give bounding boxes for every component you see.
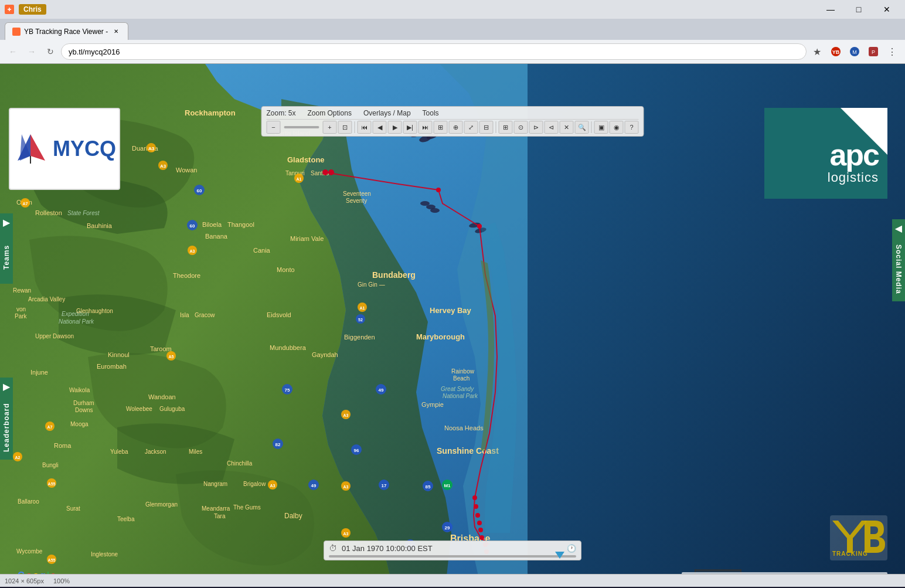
teams-arrow-button[interactable]: ▶ [0, 213, 13, 231]
svg-point-154 [474, 504, 478, 509]
zoom-slider[interactable] [284, 126, 319, 128]
url-bar[interactable] [61, 43, 807, 60]
svg-text:A3: A3 [343, 485, 349, 489]
tab-close-button[interactable]: ✕ [111, 27, 121, 36]
expand-button[interactable]: ⤢ [464, 121, 478, 134]
svg-text:52: 52 [358, 318, 363, 322]
apc-triangle-decoration [841, 108, 887, 155]
svg-text:A7: A7 [23, 202, 28, 206]
svg-text:National Park: National Park [59, 318, 94, 325]
social-tab-container: ▶ Social Media [892, 219, 905, 301]
svg-text:A3: A3 [270, 484, 275, 488]
svg-text:A7: A7 [47, 425, 53, 429]
svg-text:96: 96 [354, 448, 359, 453]
zoom-fit-button[interactable]: ⊡ [338, 121, 352, 134]
leaderboard-arrow-button[interactable]: ▶ [0, 378, 13, 395]
tool-1-button[interactable]: ▣ [594, 121, 608, 134]
play-slider-thumb [555, 552, 564, 559]
next-button[interactable]: ▶| [403, 121, 417, 134]
svg-point-157 [478, 528, 483, 532]
svg-text:A3: A3 [148, 146, 155, 151]
svg-text:Downs: Downs [75, 407, 93, 413]
svg-text:Biloela: Biloela [202, 221, 222, 228]
menu-button[interactable]: ⋮ [884, 43, 900, 60]
svg-text:Cania: Cania [253, 247, 271, 254]
svg-point-161 [322, 169, 328, 175]
fast-forward-button[interactable]: ⏭ [419, 121, 433, 134]
extension-button-3[interactable]: P [865, 43, 882, 60]
zoom-route-button[interactable]: ⊕ [449, 121, 463, 134]
svg-text:Mundubbera: Mundubbera [270, 344, 307, 351]
time-value: 01 Jan 1970 10:00:00 EST [342, 544, 433, 553]
browser-toolbar-icons: ★ YB M P ⋮ [809, 43, 900, 60]
title-bar-left: Chris [5, 4, 46, 15]
svg-text:Thangool: Thangool [227, 221, 254, 228]
back-button[interactable]: ← [5, 43, 21, 60]
browser-tab[interactable]: YB Tracking Race Viewer - ✕ [5, 22, 128, 40]
svg-text:YB: YB [832, 49, 840, 55]
tool-2-button[interactable]: ◉ [610, 121, 624, 134]
svg-text:Guluguba: Guluguba [159, 406, 185, 412]
svg-text:Rolleston: Rolleston [35, 209, 62, 216]
wind-button[interactable]: ⊳ [529, 121, 543, 134]
refresh-button[interactable]: ↻ [42, 43, 59, 60]
zoom-plus-button[interactable]: + [323, 121, 337, 134]
svg-text:A1: A1 [360, 306, 365, 310]
yb-tracking-icon: TRACKING [832, 518, 885, 556]
status-resolution: 1024 × 605px [5, 577, 44, 584]
svg-text:Upper Dawson: Upper Dawson [35, 333, 74, 339]
tab-label: YB Tracking Race Viewer - [24, 28, 108, 36]
rewind-button[interactable]: ⏮ [358, 121, 372, 134]
svg-text:Gympie: Gympie [421, 401, 444, 408]
svg-text:Monto: Monto [277, 266, 295, 273]
tools-label: Tools [423, 109, 439, 117]
grid-button[interactable]: ⊞ [499, 121, 513, 134]
svg-rect-163 [695, 569, 741, 572]
social-label[interactable]: Social Media [892, 237, 905, 301]
leaderboard-label[interactable]: Leaderboard [0, 395, 13, 460]
svg-text:Miles: Miles [189, 448, 202, 455]
svg-text:Glenmorgan: Glenmorgan [145, 501, 178, 508]
forward-button[interactable]: → [23, 43, 40, 60]
track-button[interactable]: ⊲ [545, 121, 559, 134]
extension-button-2[interactable]: M [846, 43, 863, 60]
svg-text:Miriam Vale: Miriam Vale [290, 235, 324, 242]
social-arrow-button[interactable]: ▶ [892, 219, 905, 237]
svg-text:Bauhinia: Bauhinia [87, 222, 113, 229]
svg-text:Wowan: Wowan [176, 166, 197, 174]
svg-text:A5: A5 [169, 355, 174, 359]
prev-button[interactable]: ◀ [373, 121, 387, 134]
tool-3-button[interactable]: ? [625, 121, 639, 134]
play-slider[interactable] [329, 555, 576, 558]
measure-button[interactable]: ⊟ [479, 121, 494, 134]
minimize-button[interactable]: — [817, 0, 844, 19]
path-button[interactable]: ✕ [560, 121, 574, 134]
svg-text:Surat: Surat [66, 505, 80, 512]
svg-text:Yuleba: Yuleba [110, 448, 128, 455]
extension-button-1[interactable]: YB [828, 43, 844, 60]
search-map-button[interactable]: 🔍 [575, 121, 589, 134]
svg-text:Injune: Injune [30, 369, 48, 376]
svg-text:Inglestone: Inglestone [91, 551, 118, 558]
clock-icon: 🕐 [567, 544, 576, 553]
maximize-button[interactable]: □ [845, 0, 872, 19]
svg-text:Gin Gin —: Gin Gin — [358, 281, 385, 288]
svg-text:75: 75 [285, 388, 290, 393]
bookmark-star-button[interactable]: ★ [809, 43, 825, 60]
svg-text:Glenhaughton: Glenhaughton [76, 308, 113, 314]
play-button[interactable]: ▶ [388, 121, 402, 134]
svg-text:Biggenden: Biggenden [344, 334, 375, 341]
close-button[interactable]: ✕ [873, 0, 900, 19]
browser-chrome: Chris — □ ✕ YB Tracking Race Viewer - ✕ … [0, 0, 905, 64]
status-bar: 1024 × 605px 100% [0, 574, 905, 587]
user-badge: Chris [19, 4, 46, 15]
overlay-button[interactable]: ⊙ [514, 121, 528, 134]
address-bar: ← → ↻ ★ YB M P ⋮ [0, 40, 905, 63]
zoom-label: Zoom: 5x [267, 109, 296, 117]
teams-label[interactable]: Teams [0, 231, 13, 284]
svg-text:The Gums: The Gums [233, 504, 261, 511]
zoom-minus-button[interactable]: − [267, 121, 281, 134]
svg-text:Park: Park [15, 313, 28, 320]
svg-text:National Park: National Park [443, 393, 478, 399]
zoom-window-button[interactable]: ⊞ [434, 121, 448, 134]
